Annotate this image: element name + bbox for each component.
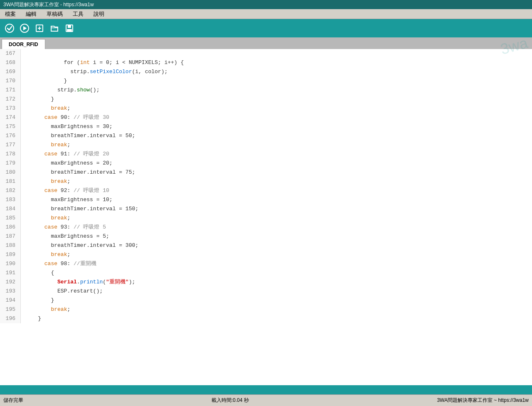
line-content: case 92: // 呼吸燈 10 <box>21 186 109 195</box>
code-line-179[interactable]: 179 maxBrightness = 20; <box>0 159 532 168</box>
code-line-194[interactable]: 194 } <box>0 296 532 305</box>
code-line-184[interactable]: 184 breathTimer.interval = 150; <box>0 204 532 214</box>
line-number: 169 <box>0 67 21 76</box>
line-content: breathTimer.interval = 75; <box>21 168 135 177</box>
title-bar: 3WA問題解決專家工作室 - https://3wa1w <box>0 0 532 9</box>
code-line-196[interactable]: 196 } <box>0 314 532 323</box>
code-line-176[interactable]: 176 breathTimer.interval = 50; <box>0 131 532 140</box>
new-button[interactable] <box>33 22 46 34</box>
line-number: 173 <box>0 104 21 113</box>
tab-bar: DOOR_RFID <box>0 37 532 49</box>
line-number: 186 <box>0 223 21 232</box>
code-line-186[interactable]: 186 case 93: // 呼吸燈 5 <box>0 223 532 232</box>
line-content: case 93: // 呼吸燈 5 <box>21 223 106 232</box>
code-line-168[interactable]: 168 for (int i = 0; i < NUMPIXELS; i++) … <box>0 58 532 67</box>
line-content: strip.setPixelColor(i, color); <box>21 67 167 76</box>
line-content <box>21 49 25 58</box>
title-text: 3WA問題解決專家工作室 - https://3wa1w <box>3 1 94 8</box>
line-content: } <box>21 76 67 86</box>
code-line-170[interactable]: 170 } <box>0 76 532 86</box>
code-line-174[interactable]: 174 case 90: // 呼吸燈 30 <box>0 113 532 122</box>
svg-point-0 <box>5 24 14 32</box>
line-content: breathTimer.interval = 150; <box>21 204 138 214</box>
menu-sketch[interactable]: 草稿碼 <box>45 10 64 18</box>
line-content: break; <box>21 104 70 113</box>
line-content: } <box>21 314 41 323</box>
open-button[interactable] <box>48 22 61 34</box>
code-line-189[interactable]: 189 break; <box>0 250 532 259</box>
line-number: 167 <box>0 49 21 58</box>
code-line-190[interactable]: 190 case 98: //重開機 <box>0 259 532 268</box>
code-line-192[interactable]: 192 Serial.println("重開機"); <box>0 278 532 287</box>
code-line-183[interactable]: 183 maxBrightness = 10; <box>0 195 532 204</box>
code-line-180[interactable]: 180 breathTimer.interval = 75; <box>0 168 532 177</box>
line-content: ESP.restart(); <box>21 287 103 296</box>
menu-tools[interactable]: 工具 <box>71 10 85 18</box>
line-content: maxBrightness = 5; <box>21 232 109 241</box>
line-content: Serial.println("重開機"); <box>21 278 135 287</box>
line-content: break; <box>21 305 70 314</box>
code-line-167[interactable]: 167 <box>0 49 532 58</box>
line-number: 183 <box>0 195 21 204</box>
code-line-191[interactable]: 191 { <box>0 268 532 278</box>
line-content: break; <box>21 250 70 259</box>
status-bar: 儲存完畢 載入時間:0.04 秒 3WA問題解決專家工作室 ~ https://… <box>0 394 532 406</box>
line-number: 188 <box>0 241 21 250</box>
code-line-178[interactable]: 178 case 91: // 呼吸燈 20 <box>0 150 532 159</box>
line-content: } <box>21 296 54 305</box>
save-button[interactable] <box>63 22 76 34</box>
line-content: case 91: // 呼吸燈 20 <box>21 150 109 159</box>
line-content: break; <box>21 140 70 150</box>
line-number: 195 <box>0 305 21 314</box>
line-number: 180 <box>0 168 21 177</box>
code-line-172[interactable]: 172 } <box>0 95 532 104</box>
code-line-188[interactable]: 188 breathTimer.interval = 300; <box>0 241 532 250</box>
line-number: 175 <box>0 122 21 131</box>
code-line-193[interactable]: 193 ESP.restart(); <box>0 287 532 296</box>
line-content: maxBrightness = 20; <box>21 159 113 168</box>
code-line-169[interactable]: 169 strip.setPixelColor(i, color); <box>0 67 532 76</box>
line-content: } <box>21 95 54 104</box>
status-right: 3WA問題解決專家工作室 ~ https://3wa1w <box>437 397 529 404</box>
code-line-181[interactable]: 181 break; <box>0 177 532 186</box>
line-number: 191 <box>0 268 21 278</box>
bottom-toolbar-strip <box>0 385 532 394</box>
code-line-177[interactable]: 177 break; <box>0 140 532 150</box>
line-number: 176 <box>0 131 21 140</box>
line-number: 182 <box>0 186 21 195</box>
code-line-175[interactable]: 175 maxBrightness = 30; <box>0 122 532 131</box>
line-number: 184 <box>0 204 21 214</box>
line-number: 177 <box>0 140 21 150</box>
menu-bar: 檔案 編輯 草稿碼 工具 說明 <box>0 9 532 19</box>
line-number: 189 <box>0 250 21 259</box>
line-number: 170 <box>0 76 21 86</box>
code-line-185[interactable]: 185 break; <box>0 214 532 223</box>
line-number: 196 <box>0 314 21 323</box>
line-number: 174 <box>0 113 21 122</box>
code-line-195[interactable]: 195 break; <box>0 305 532 314</box>
line-number: 192 <box>0 278 21 287</box>
line-content: case 90: // 呼吸燈 30 <box>21 113 109 122</box>
line-number: 185 <box>0 214 21 223</box>
line-content: maxBrightness = 10; <box>21 195 113 204</box>
status-middle: 載入時間:0.04 秒 <box>212 397 249 404</box>
menu-file[interactable]: 檔案 <box>3 10 17 18</box>
svg-rect-7 <box>68 25 71 28</box>
line-content: maxBrightness = 30; <box>21 122 113 131</box>
menu-edit[interactable]: 編輯 <box>24 10 38 18</box>
line-number: 179 <box>0 159 21 168</box>
code-line-187[interactable]: 187 maxBrightness = 5; <box>0 232 532 241</box>
tab-door-rfid[interactable]: DOOR_RFID <box>2 39 45 49</box>
code-line-171[interactable]: 171 strip.show(); <box>0 86 532 95</box>
code-line-182[interactable]: 182 case 92: // 呼吸燈 10 <box>0 186 532 195</box>
menu-help[interactable]: 說明 <box>92 10 106 18</box>
verify-button[interactable] <box>3 22 16 34</box>
code-editor[interactable]: 167168 for (int i = 0; i < NUMPIXELS; i+… <box>0 49 532 385</box>
svg-rect-8 <box>67 29 72 32</box>
line-content: break; <box>21 214 70 223</box>
line-number: 190 <box>0 259 21 268</box>
upload-button[interactable] <box>18 22 31 34</box>
code-line-173[interactable]: 173 break; <box>0 104 532 113</box>
line-content: { <box>21 268 54 278</box>
status-left: 儲存完畢 <box>3 397 23 404</box>
